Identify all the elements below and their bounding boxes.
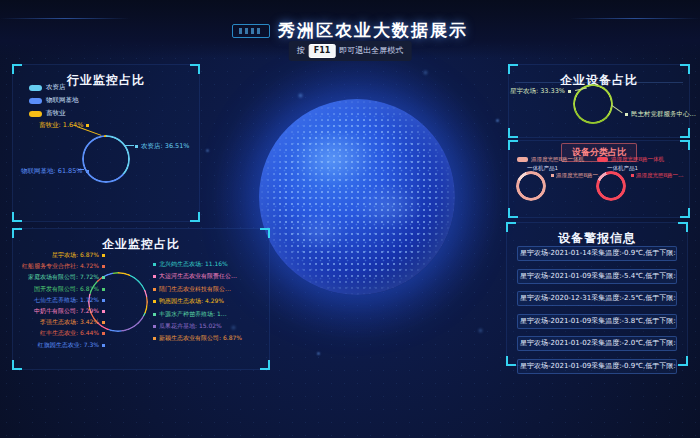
chart-callout-xingyu: 星宇农场: 33.33% bbox=[515, 87, 571, 96]
divider bbox=[515, 82, 683, 83]
label-text: 七仙生态养殖场: 1.72% bbox=[34, 296, 99, 305]
chart-label: 七仙生态养殖场: 1.72% bbox=[17, 297, 105, 304]
panel-enterprise-device: 企业设备占比 星宇农场: 33.33% 民主村党群服务中心… bbox=[508, 64, 690, 138]
label-dot bbox=[153, 275, 156, 278]
label-text: 温湿度光照8路一… bbox=[636, 172, 684, 179]
logo-badge bbox=[232, 24, 270, 38]
label-dot bbox=[102, 344, 105, 347]
callout-text: 民主村党群服务中心… bbox=[631, 110, 696, 119]
hint-prefix: 按 bbox=[297, 45, 305, 56]
label-text: 星宇农场: 6.87% bbox=[52, 251, 99, 260]
label-dot bbox=[102, 254, 105, 257]
label-text: 红旗园生态农业: 7.3% bbox=[38, 341, 99, 350]
category-legend-right[interactable]: 温湿度光照8路一体机 bbox=[597, 156, 664, 163]
chart-callout-xumuye: 畜牧业: 1.64% bbox=[39, 121, 89, 130]
panel-device-alerts: 设备警报信息 星宇农场-2021-01-14采集温度:-0.9℃,低于下限:0℃… bbox=[506, 222, 688, 366]
chart-label: 北兴鸽生态农场: 11.16% bbox=[153, 261, 267, 268]
callout-dot bbox=[625, 113, 628, 116]
chart-label: 家庭农场有限公司: 7.72% bbox=[17, 274, 105, 281]
label-text: 陆门生态农业科技有限公… bbox=[159, 285, 231, 294]
legend-swatch bbox=[29, 111, 42, 117]
label-dot bbox=[102, 310, 105, 313]
label-text: 丰源水产种苗养殖场: 1… bbox=[159, 310, 227, 319]
header: 秀洲区农业大数据展示 按 F11 即可退出全屏模式 bbox=[0, 0, 700, 58]
f11-key: F11 bbox=[309, 44, 336, 58]
category-side-label-right: 温湿度光照8路一… bbox=[631, 172, 684, 179]
chart-label: 丰源水产种苗养殖场: 1… bbox=[153, 311, 267, 318]
chart-label: 大运河生态农业有限责任公… bbox=[153, 273, 267, 280]
alert-row: 星宇农场-2020-12-31采集温度:-2.5℃,低于下限:0℃ bbox=[517, 291, 677, 306]
alert-row: 星宇农场-2021-01-09采集温度:-3.8℃,低于下限:0℃ bbox=[517, 314, 677, 329]
callout-text: 物联网基地: 61.85% bbox=[21, 167, 83, 176]
category-donut-chart-right[interactable] bbox=[596, 171, 626, 201]
label-dot bbox=[153, 325, 156, 328]
label-text: 瓜果花卉基地: 15.02% bbox=[159, 322, 222, 331]
panel-industry-monitor: 行业监控占比 农资店 物联网基地 畜牧业 畜牧业: 1.64% 农资店: 36.… bbox=[12, 64, 200, 222]
globe-visualization bbox=[259, 99, 455, 295]
label-text: 红丰生态农业: 6.44% bbox=[40, 329, 99, 338]
device-donut-chart[interactable] bbox=[573, 84, 613, 124]
chart-callout-wulianwang: 物联网基地: 61.85% bbox=[21, 167, 89, 176]
alert-row: 星宇农场-2021-01-09采集温度:-0.9℃,低于下限:0℃ bbox=[517, 359, 677, 374]
label-dot bbox=[631, 174, 634, 177]
connector-line bbox=[611, 105, 622, 113]
label-dot bbox=[102, 332, 105, 335]
header-title-group: 秀洲区农业大数据展示 bbox=[232, 19, 468, 42]
alert-list: 星宇农场-2021-01-14采集温度:-0.9℃,低于下限:0℃ 星宇农场-2… bbox=[517, 246, 677, 381]
legend-item-xumuye[interactable]: 畜牧业 bbox=[29, 109, 79, 118]
label-dot bbox=[102, 321, 105, 324]
enterprise-monitor-left-labels: 星宇农场: 6.87% 红船服务专业合作社: 4.72% 家庭农场有限公司: 7… bbox=[17, 252, 105, 353]
panel-enterprise-monitor: 企业监控占比 星宇农场: 6.87% 红船服务专业合作社: 4.72% 家庭农场… bbox=[12, 228, 270, 370]
panel-device-category: 设备分类占比 温湿度光照8路一体机 一体机产品1 温湿度光照8路一… 温湿度光照… bbox=[508, 140, 690, 218]
label-dot bbox=[102, 276, 105, 279]
chart-label: 红丰生态农业: 6.44% bbox=[17, 330, 105, 337]
label-text: 鸭惠园生态农场: 4.29% bbox=[159, 297, 224, 306]
label-dot bbox=[102, 288, 105, 291]
label-text: 温湿度光照8路一… bbox=[556, 172, 604, 179]
callout-dot bbox=[135, 145, 138, 148]
legend-label: 温湿度光照8路一体机 bbox=[531, 156, 584, 163]
chart-label: 李强生态农场: 3.42% bbox=[17, 319, 105, 326]
chart-label: 鸭惠园生态农场: 4.29% bbox=[153, 298, 267, 305]
page-title: 秀洲区农业大数据展示 bbox=[278, 19, 468, 42]
chart-label: 陆门生态农业科技有限公… bbox=[153, 286, 267, 293]
label-text: 国开发有限公司: 6.87% bbox=[34, 285, 99, 294]
fullscreen-hint: 按 F11 即可退出全屏模式 bbox=[289, 41, 412, 61]
label-text: 李强生态农场: 3.42% bbox=[40, 318, 99, 327]
label-text: 北兴鸽生态农场: 11.16% bbox=[159, 260, 228, 269]
category-donut-chart-left[interactable] bbox=[516, 171, 546, 201]
legend-item-wulianwang[interactable]: 物联网基地 bbox=[29, 96, 79, 105]
industry-donut-chart[interactable] bbox=[82, 135, 130, 183]
label-dot bbox=[551, 174, 554, 177]
callout-text: 星宇农场: 33.33% bbox=[510, 87, 565, 96]
chart-label: 瓜果花卉基地: 15.02% bbox=[153, 323, 267, 330]
label-text: 新颖生态农业有限公司: 6.87% bbox=[159, 334, 242, 343]
label-dot bbox=[153, 263, 156, 266]
chart-callout-nongzidian: 农资店: 36.51% bbox=[135, 142, 190, 151]
dashboard: 秀洲区农业大数据展示 按 F11 即可退出全屏模式 行业监控占比 农资店 物联网… bbox=[0, 0, 700, 438]
label-dot bbox=[102, 299, 105, 302]
chart-label: 新颖生态农业有限公司: 6.87% bbox=[153, 335, 267, 342]
callout-text: 畜牧业: 1.64% bbox=[39, 121, 83, 130]
legend-label: 物联网基地 bbox=[46, 96, 79, 105]
category-legend-left[interactable]: 温湿度光照8路一体机 bbox=[517, 156, 584, 163]
chart-label: 红船服务专业合作社: 4.72% bbox=[17, 263, 105, 270]
chart-label: 中奶牛有限公司: 7.29% bbox=[17, 308, 105, 315]
callout-text: 农资店: 36.51% bbox=[141, 142, 190, 151]
legend-swatch bbox=[29, 85, 42, 91]
legend-swatch bbox=[597, 157, 608, 162]
chart-label: 红旗园生态农业: 7.3% bbox=[17, 342, 105, 349]
chart-label: 国开发有限公司: 6.87% bbox=[17, 286, 105, 293]
alert-row: 星宇农场-2021-01-09采集温度:-5.4℃,低于下限:0℃ bbox=[517, 269, 677, 284]
enterprise-monitor-right-labels: 北兴鸽生态农场: 11.16% 大运河生态农业有限责任公… 陆门生态农业科技有限… bbox=[153, 261, 267, 348]
legend-item-nongzidian[interactable]: 农资店 bbox=[29, 83, 79, 92]
legend-swatch bbox=[517, 157, 528, 162]
alert-row: 星宇农场-2021-01-02采集温度:-2.0℃,低于下限:0℃ bbox=[517, 336, 677, 351]
label-text: 中奶牛有限公司: 7.29% bbox=[34, 307, 99, 316]
label-dot bbox=[153, 288, 156, 291]
legend-label: 畜牧业 bbox=[46, 109, 66, 118]
legend-label: 温湿度光照8路一体机 bbox=[611, 156, 664, 163]
label-dot bbox=[102, 265, 105, 268]
chart-label: 星宇农场: 6.87% bbox=[17, 252, 105, 259]
legend-label: 农资店 bbox=[46, 83, 66, 92]
